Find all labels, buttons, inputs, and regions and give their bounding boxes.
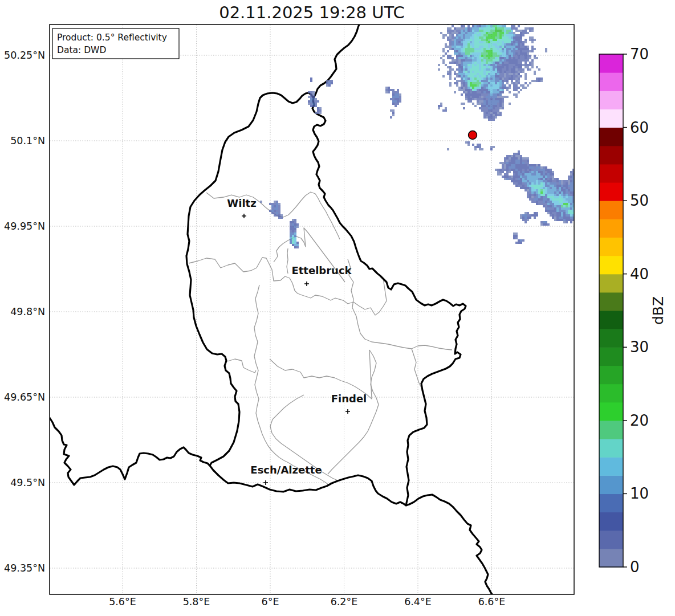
colorbar-segment: [599, 457, 623, 476]
colorbar-segment: [599, 402, 623, 421]
x-tick-label: 6.6°E: [478, 596, 506, 607]
y-tick-label: 50.25°N: [4, 50, 45, 61]
colorbar-segment: [599, 421, 623, 439]
colorbar-segment: [599, 493, 623, 512]
radar-echoes: [260, 11, 591, 248]
colorbar-segment: [599, 164, 623, 183]
colorbar-tick-label: 0: [630, 558, 640, 576]
city-marker-cross: [263, 480, 268, 485]
x-tick-label: 5.6°E: [109, 596, 136, 607]
y-tick-label: 50.1°N: [10, 135, 45, 146]
colorbar-tick-label: 10: [630, 485, 649, 502]
district-borders: [189, 192, 452, 485]
colorbar-tick-label: 40: [630, 266, 649, 283]
city-label: Findel: [331, 393, 367, 405]
country-border-path: [50, 418, 210, 485]
info-box-product-line: Product: 0.5° Reflectivity: [57, 32, 167, 43]
country-borders: [50, 25, 493, 595]
colorbar-segment: [599, 311, 623, 329]
country-border-path: [406, 495, 493, 595]
figure-title: 02.11.2025 19:28 UTC: [219, 3, 405, 22]
city-marker-cross: [345, 409, 350, 414]
district-border-path: [189, 258, 387, 315]
district-border-path: [328, 350, 379, 474]
echo-pixels: [495, 30, 502, 32]
echo-pixels: [447, 141, 495, 150]
colorbar-tick-label: 20: [630, 412, 649, 429]
colorbar-segment: [599, 439, 623, 458]
radar-figure: 02.11.2025 19:28 UTC WiltzEttelbruckFind…: [0, 0, 675, 616]
colorbar-segment: [599, 475, 623, 494]
colorbar-tick-labels: 010203040506070: [623, 46, 649, 576]
colorbar-segment: [599, 128, 623, 146]
colorbar-segment: [599, 256, 623, 275]
city-label: Esch/Alzette: [250, 464, 322, 476]
colorbar-segment: [599, 201, 623, 219]
colorbar-segment: [599, 54, 623, 73]
colorbar-segment: [599, 292, 623, 311]
district-border-path: [348, 259, 452, 350]
colorbar-segment: [599, 237, 623, 256]
district-border-path: [254, 285, 329, 485]
colorbar-tick-label: 50: [630, 192, 649, 209]
y-axis-tick-labels: 50.25°N50.1°N49.95°N49.8°N49.65°N49.5°N4…: [4, 50, 45, 574]
district-border-path: [412, 349, 421, 387]
echo-pixels: [292, 237, 294, 244]
y-tick-label: 49.95°N: [4, 221, 45, 232]
city-label: Ettelbruck: [291, 264, 352, 276]
colorbar-axis-label: dBZ: [650, 296, 666, 325]
x-axis-tick-labels: 5.6°E5.8°E6°E6.2°E6.4°E6.6°E: [109, 596, 505, 607]
y-tick-label: 49.8°N: [10, 306, 45, 317]
y-tick-label: 49.5°N: [10, 477, 45, 488]
colorbar-segment: [599, 549, 623, 568]
country-border-path: [186, 93, 466, 505]
colorbar: [599, 54, 623, 568]
colorbar-segment: [599, 347, 623, 366]
colorbar-segment: [599, 109, 623, 128]
colorbar-tick-label: 70: [630, 46, 649, 63]
colorbar-tick-label: 60: [630, 119, 649, 136]
echo-pixels: [308, 77, 440, 114]
x-tick-label: 6°E: [262, 596, 279, 607]
location-marker-dot: [469, 131, 477, 140]
city-labels: WiltzEttelbruckFindelEsch/Alzette: [227, 197, 367, 485]
x-tick-label: 5.8°E: [183, 596, 210, 607]
y-tick-label: 49.65°N: [4, 391, 45, 403]
colorbar-tick-label: 30: [630, 338, 649, 356]
city-marker-cross: [242, 214, 246, 218]
district-border-path: [206, 192, 340, 239]
district-border-path: [287, 248, 288, 274]
x-tick-label: 6.4°E: [404, 596, 432, 607]
colorbar-segment: [599, 182, 623, 201]
info-box-data-line: Data: DWD: [57, 45, 106, 55]
city-marker-cross: [304, 282, 309, 286]
city-label: Wiltz: [227, 197, 256, 209]
district-border-path: [270, 350, 372, 399]
colorbar-segment: [599, 146, 623, 165]
colorbar-segment: [599, 512, 623, 531]
colorbar-segment: [599, 219, 623, 238]
colorbar-segment: [599, 72, 623, 91]
colorbar-segment: [599, 365, 623, 384]
colorbar-segment: [599, 531, 623, 549]
x-tick-label: 6.2°E: [331, 596, 358, 607]
info-box: Product: 0.5° Reflectivity Data: DWD: [52, 28, 179, 59]
colorbar-segment: [599, 274, 623, 293]
country-border-path: [314, 25, 359, 98]
radar-map-canvas: 02.11.2025 19:28 UTC WiltzEttelbruckFind…: [0, 0, 675, 616]
colorbar-segment: [599, 384, 623, 403]
y-tick-label: 49.35°N: [4, 562, 45, 574]
colorbar-segment: [599, 91, 623, 109]
district-border-path: [227, 359, 256, 373]
colorbar-segment: [599, 329, 623, 348]
